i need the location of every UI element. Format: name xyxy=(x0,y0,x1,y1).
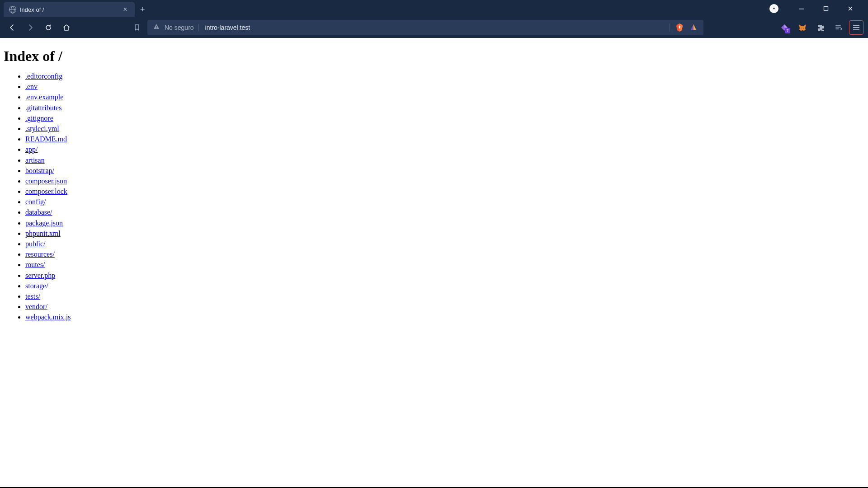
file-link[interactable]: README.md xyxy=(25,135,67,143)
extensions-button[interactable] xyxy=(813,20,828,35)
back-button[interactable] xyxy=(5,20,20,35)
svg-rect-0 xyxy=(799,9,804,9)
maximize-button[interactable] xyxy=(816,2,836,15)
warning-icon xyxy=(153,23,160,32)
file-link[interactable]: .env xyxy=(25,83,38,90)
file-link[interactable]: phpunit.xml xyxy=(25,230,61,237)
reading-list-button[interactable] xyxy=(831,20,846,35)
forward-button[interactable] xyxy=(23,20,38,35)
file-link[interactable]: .styleci.yml xyxy=(25,125,59,132)
list-item: webpack.mix.js xyxy=(25,312,864,322)
tab-title: Index of / xyxy=(20,6,118,13)
reload-button[interactable] xyxy=(41,20,56,35)
file-link[interactable]: .editorconfig xyxy=(25,72,62,80)
file-link[interactable]: storage/ xyxy=(25,282,48,290)
file-link[interactable]: server.php xyxy=(25,272,55,279)
list-item: composer.lock xyxy=(25,186,864,197)
fox-icon xyxy=(797,23,807,33)
file-link[interactable]: artisan xyxy=(25,156,45,164)
window-controls xyxy=(769,2,864,15)
toolbar-right: 7 xyxy=(777,20,863,35)
file-link[interactable]: .env.example xyxy=(25,93,63,101)
address-bar[interactable]: No seguro intro-laravel.test xyxy=(147,20,703,35)
url-text: intro-laravel.test xyxy=(203,24,250,31)
list-item: README.md xyxy=(25,134,864,144)
list-item: .env xyxy=(25,81,864,92)
list-item: resources/ xyxy=(25,249,864,259)
list-item: server.php xyxy=(25,270,864,281)
globe-icon xyxy=(9,6,16,13)
window-close-button[interactable] xyxy=(840,2,861,15)
list-item: composer.json xyxy=(25,176,864,186)
brave-rewards-icon[interactable] xyxy=(689,23,698,32)
list-item: tests/ xyxy=(25,291,864,301)
file-list: .editorconfig.env.env.example.gitattribu… xyxy=(4,71,864,323)
list-item: .styleci.yml xyxy=(25,123,864,134)
file-link[interactable]: package.json xyxy=(25,219,63,227)
list-icon xyxy=(835,23,843,32)
file-link[interactable]: bootstrap/ xyxy=(25,167,54,174)
list-item: database/ xyxy=(25,207,864,217)
list-item: bootstrap/ xyxy=(25,165,864,176)
svg-rect-1 xyxy=(824,7,828,11)
list-item: routes/ xyxy=(25,259,864,270)
caret-down-icon xyxy=(771,6,777,11)
file-link[interactable]: config/ xyxy=(25,198,46,206)
extension-button-1[interactable]: 7 xyxy=(777,20,792,35)
file-link[interactable]: webpack.mix.js xyxy=(25,313,71,321)
profile-button[interactable] xyxy=(769,4,778,13)
file-link[interactable]: database/ xyxy=(25,208,52,216)
svg-rect-3 xyxy=(156,28,156,28)
list-item: .gitattributes xyxy=(25,103,864,113)
close-icon[interactable]: × xyxy=(121,5,129,14)
tab-bar: Index of / × + xyxy=(0,0,868,17)
bookmark-icon xyxy=(133,23,141,32)
file-link[interactable]: composer.lock xyxy=(25,188,67,195)
file-link[interactable]: resources/ xyxy=(25,250,55,258)
security-label: No seguro xyxy=(165,24,199,31)
address-bar-right xyxy=(670,23,698,33)
list-item: .env.example xyxy=(25,92,864,102)
file-link[interactable]: .gitattributes xyxy=(25,104,61,112)
minimize-button[interactable] xyxy=(791,2,812,15)
list-item: app/ xyxy=(25,144,864,155)
file-link[interactable]: app/ xyxy=(25,145,38,153)
list-item: storage/ xyxy=(25,281,864,291)
puzzle-icon xyxy=(816,23,825,32)
page-heading: Index of / xyxy=(4,48,864,65)
new-tab-button[interactable]: + xyxy=(135,5,151,14)
tab-active[interactable]: Index of / × xyxy=(4,2,135,17)
extension-button-metamask[interactable] xyxy=(795,20,810,35)
svg-rect-2 xyxy=(156,26,156,28)
hamburger-icon xyxy=(853,25,859,26)
list-item: package.json xyxy=(25,218,864,228)
brave-shields-icon[interactable] xyxy=(675,23,684,33)
file-link[interactable]: tests/ xyxy=(25,292,40,300)
page-content: Index of / .editorconfig.env.env.example… xyxy=(0,38,868,326)
list-item: vendor/ xyxy=(25,301,864,312)
divider xyxy=(670,23,670,32)
file-link[interactable]: vendor/ xyxy=(25,303,47,310)
list-item: phpunit.xml xyxy=(25,228,864,239)
list-item: .editorconfig xyxy=(25,71,864,81)
extension-badge: 7 xyxy=(785,28,790,33)
file-link[interactable]: composer.json xyxy=(25,177,67,185)
browser-chrome: Index of / × + xyxy=(0,0,868,38)
file-link[interactable]: public/ xyxy=(25,240,45,248)
menu-button[interactable] xyxy=(849,20,863,35)
list-item: config/ xyxy=(25,197,864,207)
list-item: .gitignore xyxy=(25,113,864,123)
home-button[interactable] xyxy=(59,20,74,35)
bookmark-button[interactable] xyxy=(129,20,145,35)
list-item: artisan xyxy=(25,155,864,165)
toolbar: No seguro intro-laravel.test 7 xyxy=(0,17,868,38)
file-link[interactable]: .gitignore xyxy=(25,114,53,122)
file-link[interactable]: routes/ xyxy=(25,261,45,268)
list-item: public/ xyxy=(25,239,864,249)
